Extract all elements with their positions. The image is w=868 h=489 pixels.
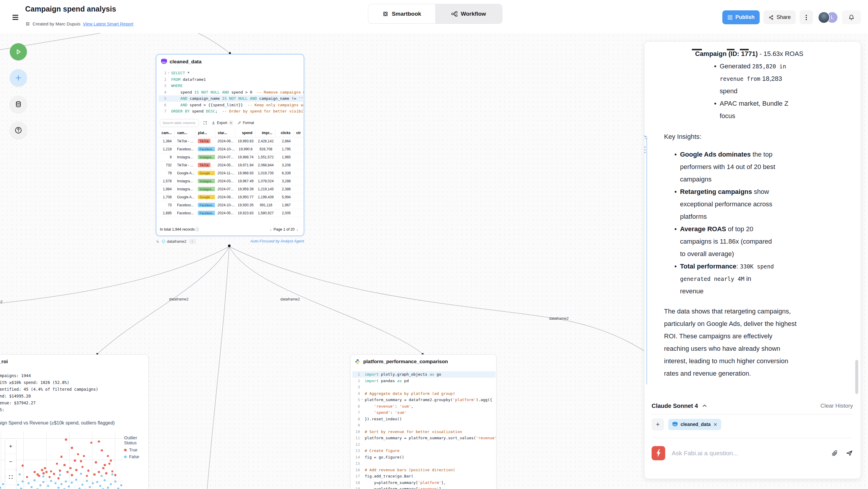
edge-label[interactable]: dataframe2	[0, 300, 3, 304]
code-line[interactable]: 9	[352, 422, 496, 429]
tab-workflow[interactable]: Workflow	[435, 4, 502, 23]
table-row[interactable]: 1,218Faceboo...Faceboo...2024-10-...19,9…	[158, 145, 303, 153]
table-row[interactable]: 9Instagra...Instagra...2024-07...19,988.…	[158, 153, 303, 161]
roi-scatter-plot[interactable]: Outlier Status True False	[0, 432, 149, 489]
notifications-button[interactable]	[842, 10, 861, 24]
add-node-button[interactable]	[10, 69, 27, 86]
edge-label[interactable]: dataframe2	[169, 297, 189, 301]
scatter-point-false	[17, 484, 19, 486]
avatar-photo[interactable]	[818, 11, 830, 23]
code-line[interactable]: 19 x=platform_summary['revenue'],	[352, 486, 496, 489]
remove-chip-icon[interactable]: ✕	[713, 422, 717, 427]
legend-false-label[interactable]: False	[129, 454, 139, 459]
legend-true-label[interactable]: True	[129, 448, 137, 452]
view-latest-smart-report-link[interactable]: View Latest Smart Report	[83, 21, 133, 26]
search-table-columns-input[interactable]	[160, 119, 199, 127]
edge-label[interactable]: dataframe2	[280, 297, 300, 301]
zoom-in-button[interactable]: +	[5, 439, 16, 454]
code-line[interactable]: 18 y=platform_summary['platform'],	[352, 480, 496, 486]
code-line[interactable]: 7 'spend': 'sum'	[352, 409, 496, 416]
roi-node-campaign-roi[interactable]: campaign_roi Filtered campaigns: 1944Cam…	[0, 354, 149, 489]
code-line[interactable]: 5▾platform_summary = dataframe2.groupby(…	[352, 397, 496, 403]
code-line[interactable]: 8 }).reset_index()	[352, 416, 496, 422]
publish-button[interactable]: Publish	[722, 10, 760, 24]
code-line[interactable]: 5 AND campaign_name IS NOT NULL AND camp…	[159, 95, 303, 102]
run-button[interactable]	[10, 43, 27, 60]
column-header[interactable]: impr...	[255, 129, 275, 137]
table-row[interactable]: 1,708Google A...Google ...2024-09...19,9…	[158, 193, 303, 201]
panel-scrollbar[interactable]	[855, 360, 858, 394]
column-header[interactable]: plat...	[195, 129, 215, 137]
table-row[interactable]: 1,984Instagra...Instagra...2024-07...19,…	[158, 185, 303, 193]
export-options-chevron[interactable]: ▾	[229, 120, 233, 125]
column-header[interactable]: ctr	[293, 129, 303, 137]
results-table[interactable]: cam...cam...plat...star...spendimpr...cl…	[158, 129, 303, 217]
code-line[interactable]: 1▾SELECT *	[159, 70, 303, 77]
fit-view-button[interactable]	[5, 469, 16, 485]
prev-page-button[interactable]: ‹	[268, 227, 274, 232]
column-header[interactable]: star...	[215, 129, 235, 137]
code-line[interactable]: 13 # Create figure	[352, 448, 496, 454]
python-code-editor[interactable]: 1 import plotly.graph_objects as go2 imp…	[352, 371, 496, 489]
code-line[interactable]: 7 ORDER BY spend DESC; -- Order by spend…	[159, 108, 303, 115]
node-output-handle[interactable]	[228, 245, 230, 247]
lock-button[interactable]	[5, 485, 16, 489]
chart-legend[interactable]: Outlier Status True False	[124, 435, 149, 461]
table-row[interactable]: 73Faceboo...Faceboo...2024-10-...19,930.…	[158, 201, 303, 209]
column-header[interactable]: cam...	[158, 129, 174, 137]
add-context-button[interactable]: +	[652, 418, 664, 431]
code-line[interactable]: 6 'revenue': 'sum',	[352, 403, 496, 410]
zoom-out-button[interactable]: −	[5, 454, 16, 469]
code-line[interactable]: 15	[352, 460, 496, 467]
code-line[interactable]: 6 AND spend > {{spend_limit}} -- Keep on…	[159, 102, 303, 108]
canvas-controls[interactable]: + −	[5, 439, 16, 489]
attachment-icon[interactable]	[832, 450, 838, 457]
dataframe-ref-menu[interactable]: ⋮	[189, 239, 196, 244]
table-row[interactable]: 79Google A...Google ...2024-11-...19,968…	[158, 169, 303, 177]
share-button[interactable]: Share	[764, 10, 796, 24]
node-input-handle[interactable]	[229, 52, 231, 54]
sql-code-editor[interactable]: 1▾SELECT *2 FROM dataframe13 WHERE4 spen…	[159, 70, 303, 115]
context-chip-cleaned-data[interactable]: SQL cleaned_data ✕	[668, 419, 721, 430]
code-line[interactable]: 14 fig = go.Figure()	[352, 454, 496, 461]
menu-button[interactable]	[12, 15, 18, 21]
sql-node-cleaned-data[interactable]: SQL cleaned_data 1▾SELECT *2 FROM datafr…	[156, 54, 304, 236]
help-button[interactable]	[10, 122, 27, 139]
next-page-button[interactable]: ›	[294, 227, 300, 232]
code-line[interactable]: 3	[352, 384, 496, 391]
code-line[interactable]: 17 fig.add_trace(go.Bar(	[352, 473, 496, 480]
model-selector[interactable]: Claude Sonnet 4	[652, 403, 707, 409]
more-options-button[interactable]	[800, 10, 813, 24]
info-icon[interactable]: i	[195, 227, 199, 231]
code-line[interactable]: 1 import plotly.graph_objects as go	[352, 371, 496, 378]
code-line[interactable]: 3 WHERE	[159, 83, 303, 89]
data-sources-button[interactable]	[10, 96, 27, 113]
column-header[interactable]: cam...	[174, 129, 195, 137]
code-line[interactable]: 12	[352, 441, 496, 448]
table-row[interactable]: 1,685Faceboo...Faceboo...2024-05...19,92…	[158, 209, 303, 217]
ask-question-input[interactable]	[672, 450, 825, 457]
python-node-platform-performance[interactable]: platform_performance_comparison 1 import…	[350, 354, 496, 489]
expand-table-icon[interactable]	[203, 121, 207, 125]
code-line[interactable]: 2 import pandas as pd	[352, 378, 496, 384]
edge-label[interactable]: dataframe2	[549, 316, 569, 320]
pin-section-icon[interactable]	[644, 133, 647, 140]
table-row[interactable]: 732TikTok - ...TikTok2024-05...19,971.94…	[158, 161, 303, 169]
send-icon[interactable]	[846, 450, 853, 457]
code-line[interactable]: 11 platform_summary = platform_summary.s…	[352, 435, 496, 441]
drag-handle-icon[interactable]	[644, 146, 646, 154]
code-line[interactable]: 16 # Add revenue bars (positive directio…	[352, 467, 496, 473]
code-line[interactable]: 10 # Sort by revenue for better visualiz…	[352, 429, 496, 435]
code-line[interactable]: 4 spend IS NOT NULL AND spend > 0 -- Rem…	[159, 89, 303, 96]
tab-smartbook[interactable]: Smartbook	[368, 4, 435, 23]
table-row[interactable]: 1,578Instagra...Instagra...2024-03...19,…	[158, 177, 303, 185]
code-line[interactable]: 2 FROM dataframe1	[159, 77, 303, 83]
column-header[interactable]: spend	[235, 129, 255, 137]
table-row[interactable]: 1,364TikTok - ...TikTok2024-09...19,993.…	[158, 137, 303, 145]
code-line[interactable]: 4 # Aggregate data by platform (ad group…	[352, 391, 496, 397]
column-header[interactable]: clicks	[275, 129, 293, 137]
format-button[interactable]: Format	[237, 121, 254, 125]
export-button[interactable]: Export ▾	[211, 120, 233, 125]
clear-history-button[interactable]: Clear History	[820, 403, 853, 409]
dataframe-ref-label[interactable]: dataframe2	[167, 239, 187, 244]
